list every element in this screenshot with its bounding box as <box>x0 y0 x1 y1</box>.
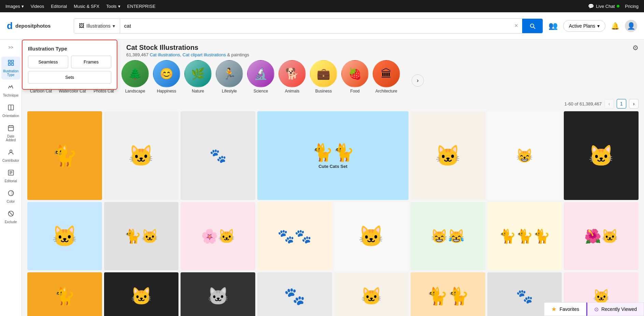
favorites-bar-item[interactable]: ★ Favorites <box>544 302 586 316</box>
grid-item-row3-1[interactable]: 🐈 <box>27 272 102 316</box>
categories-row: 🐱 ✏ Cartoon Cat 🎨 ✏ Watercolor Cat 📷 📷 P… <box>27 60 639 94</box>
grid-item-row2-6[interactable]: 😸😹 <box>411 202 485 270</box>
page-title: Cat Stock Illustrations <box>126 44 249 52</box>
nav-tools[interactable]: Tools ▾ <box>106 4 120 9</box>
categories-next-button[interactable]: › <box>412 74 424 87</box>
cat-clipart-link[interactable]: Cat clipart illustrations <box>183 52 226 57</box>
category-next-arrow[interactable]: › <box>404 67 431 87</box>
sidebar-label-exclude: Exclude <box>5 220 17 224</box>
pagination-current-page: 1 <box>617 99 626 109</box>
date-added-icon <box>8 125 14 133</box>
sidebar-item-date-added[interactable]: Date Added <box>1 122 20 145</box>
category-label-happiness: Happiness <box>157 89 176 94</box>
sidebar-label-date-added: Date Added <box>3 134 19 142</box>
category-label-science: Science <box>254 89 268 94</box>
user-avatar[interactable]: 👤 <box>625 20 637 32</box>
site-logo[interactable]: d depositphotos <box>7 20 68 31</box>
svg-line-17 <box>9 212 13 216</box>
grid-item-row3-2[interactable]: 🐱 <box>104 272 179 316</box>
sidebar-toggle[interactable]: >> <box>4 42 18 53</box>
cat-illustrations-link[interactable]: Cat illustrations <box>150 52 180 57</box>
category-nature[interactable]: 🌿 Nature <box>184 60 212 94</box>
live-chat-button[interactable]: 💬 Live Chat <box>588 3 619 9</box>
grid-item-1[interactable]: 🐈 <box>27 111 102 200</box>
category-landscape[interactable]: 🌲 Landscape <box>121 60 149 94</box>
chevron-right-icon: › <box>417 77 418 84</box>
svg-rect-0 <box>8 60 10 62</box>
category-lifestyle[interactable]: 🏃 Lifestyle <box>216 60 243 94</box>
category-science[interactable]: 🔬 Science <box>247 60 274 94</box>
category-architecture[interactable]: 🏛 Architecture <box>373 60 400 94</box>
pagination-next-button[interactable]: › <box>629 99 639 109</box>
seamless-button[interactable]: Seamless <box>28 56 68 68</box>
nav-editorial[interactable]: Editorial <box>51 4 67 9</box>
svg-rect-6 <box>8 126 13 131</box>
grid-item-2[interactable]: 🐱 <box>104 111 179 200</box>
grid-item-row3-5[interactable]: 🐱 <box>334 272 409 316</box>
exclude-icon <box>8 210 14 219</box>
sidebar-item-illustration-type[interactable]: Illustration Type <box>1 57 20 80</box>
search-clear-button[interactable]: × <box>510 22 522 29</box>
grid-item-6[interactable]: 😸 <box>487 111 562 200</box>
image-grid-row-2: 🐱 🐈🐱 🌸🐱 🐾🐾 🐱 😸😹 🐈🐈🐈 🌺🐱 <box>27 202 639 270</box>
cute-cats-set-label: Cute Cats Set <box>318 164 347 169</box>
active-plans-button[interactable]: Active Plans ▾ <box>563 20 605 32</box>
color-icon <box>8 190 14 198</box>
category-label-landscape: Landscape <box>125 89 145 94</box>
nav-videos[interactable]: Videos <box>31 4 44 9</box>
grid-item-row2-1[interactable]: 🐱 <box>27 202 102 270</box>
category-label-business: Business <box>315 89 332 94</box>
top-navigation: Images ▾ Videos Editorial Music & SFX To… <box>0 0 644 12</box>
frames-button[interactable]: Frames <box>71 56 111 68</box>
grid-item-row3-4[interactable]: 🐾 <box>257 272 332 316</box>
recently-viewed-icon: ⊙ <box>594 306 599 313</box>
sets-button[interactable]: Sets <box>28 71 111 84</box>
sidebar-item-contributor[interactable]: Contributor <box>1 146 20 165</box>
recently-viewed-bar-item[interactable]: ⊙ Recently Viewed <box>586 302 644 316</box>
sidebar-item-editorial[interactable]: Editorial <box>1 167 20 186</box>
sidebar-label-illustration-type: Illustration Type <box>3 69 19 77</box>
nav-enterprise[interactable]: ENTERPRISE <box>127 4 156 9</box>
search-submit-button[interactable] <box>522 19 543 33</box>
category-circle-science: 🔬 <box>247 60 274 87</box>
category-animals[interactable]: 🐕 Animals <box>278 60 306 94</box>
grid-item-row3-6[interactable]: 🐈🐈 <box>411 272 485 316</box>
grid-item-row2-5[interactable]: 🐱 <box>334 202 409 270</box>
technique-icon <box>8 84 14 92</box>
grid-item-row3-3[interactable]: 🐱 <box>181 272 255 316</box>
category-business[interactable]: 💼 Business <box>310 60 337 94</box>
category-label-nature: Nature <box>192 89 204 94</box>
nav-images[interactable]: Images ▾ <box>5 4 24 9</box>
grid-item-row2-4[interactable]: 🐾🐾 <box>257 202 332 270</box>
grid-item-3[interactable]: 🐾 <box>181 111 255 200</box>
chat-icon: 💬 <box>588 3 594 9</box>
nav-music-sfx[interactable]: Music & SFX <box>74 4 99 9</box>
grid-item-7[interactable]: 🐱 <box>564 111 639 200</box>
search-input[interactable] <box>120 19 511 33</box>
image-grid-row-1: 🐈 🐱 🐾 🐈🐈 Cute Cats Set 🐱 😸 <box>27 111 639 200</box>
title-section: Cat Stock Illustrations 61,389,467 Cat i… <box>126 44 249 57</box>
sidebar-item-color[interactable]: Color <box>1 187 20 206</box>
settings-icon[interactable]: ⚙ <box>632 44 639 52</box>
sidebar-item-technique[interactable]: Technique <box>1 81 20 100</box>
grid-item-row2-8[interactable]: 🌺🐱 <box>564 202 639 270</box>
category-food[interactable]: 🍓 Food <box>341 60 369 94</box>
illustration-type-icon <box>8 59 14 68</box>
grid-item-5[interactable]: 🐱 <box>411 111 485 200</box>
header-nav-icons: 👥 Active Plans ▾ 🔔 👤 <box>548 20 637 32</box>
social-connect-icon[interactable]: 👥 <box>548 21 558 30</box>
notifications-bell-icon[interactable]: 🔔 <box>611 22 619 30</box>
sidebar-item-orientation[interactable]: Orientation <box>1 101 20 120</box>
pricing-link[interactable]: Pricing <box>625 4 639 9</box>
category-circle-business: 💼 <box>310 60 337 87</box>
grid-item-cute-cats-set[interactable]: 🐈🐈 Cute Cats Set <box>257 111 409 200</box>
grid-item-row2-2[interactable]: 🐈🐱 <box>104 202 179 270</box>
sidebar-item-exclude[interactable]: Exclude <box>1 207 20 227</box>
chevron-down-icon: ▾ <box>113 23 115 29</box>
category-happiness[interactable]: 😊 Happiness <box>153 60 180 94</box>
grid-item-row2-7[interactable]: 🐈🐈🐈 <box>487 202 562 270</box>
expand-icon: >> <box>8 45 13 50</box>
grid-item-row2-3[interactable]: 🌸🐱 <box>181 202 255 270</box>
pagination-prev-button[interactable]: ‹ <box>604 99 614 109</box>
search-type-dropdown[interactable]: 🖼 Illustrations ▾ <box>74 19 120 33</box>
